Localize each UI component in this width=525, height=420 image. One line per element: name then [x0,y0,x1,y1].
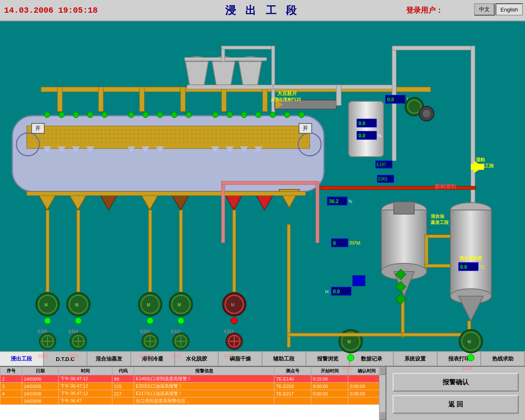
svg-marker-54 [254,146,262,153]
alarm-area: 序号 日期 时间 代码 报警信息 测点号 开始时间 确认时间 2 14/03/0… [0,366,386,420]
page-title: 浸 出 工 段 [225,3,300,18]
svg-rect-13 [272,46,275,144]
svg-marker-56 [68,192,88,210]
svg-marker-53 [240,146,248,153]
nav-mixed-oil-evap[interactable]: 混合油蒸发 [87,352,131,366]
svg-text:E315: E315 [140,329,150,334]
svg-rect-94 [336,85,341,105]
svg-point-29 [73,112,79,118]
lang-en-button[interactable]: English [495,3,523,16]
col-date: 日期 [22,367,59,375]
alarm-point: TE-E217 [274,390,311,397]
nav-system-settings[interactable]: 系统设置 [394,352,438,366]
svg-point-34 [157,112,163,118]
nav-solvent-cond[interactable]: 溶剂冷凝 [131,352,175,366]
svg-rect-10 [185,57,267,61]
svg-point-176 [408,100,421,113]
svg-text:0: 0 [333,240,336,246]
nav-report-print[interactable]: 报表打印 [438,352,482,366]
feed-sublabel: 从预处理来P110 [271,97,301,103]
svg-point-140 [142,333,158,349]
alarm-num: 2 [0,375,22,383]
svg-marker-49 [142,146,150,153]
nav-data-log[interactable]: 数据记录 [350,352,394,366]
col-msg: 报警信息 [134,367,274,375]
svg-text:E197: E197 [377,162,386,167]
svg-point-150 [173,333,189,349]
svg-point-136 [141,295,159,313]
svg-point-160 [226,333,242,349]
wet-meal-label: 湿粕 蒸脱工段 [476,157,494,169]
nav-alarm-browse[interactable]: 报警浏览 [306,352,350,366]
nav-hydration[interactable]: 水化脱胶 [175,352,219,366]
svg-text:H: H [325,289,329,294]
svg-text:HZ: HZ [407,97,413,103]
svg-point-41 [270,112,276,118]
svg-rect-106 [331,239,348,247]
svg-rect-187 [287,333,402,336]
svg-text:E001: E001 [378,177,388,181]
svg-rect-98 [357,119,377,127]
alarm-date: 14/03/06 [22,390,59,397]
svg-marker-78 [394,272,414,296]
nav-bar: 浸出工段 D.T.D.C 混合油蒸发 溶剂冷凝 水化脱胶 磷脂干燥 辅助工段 报… [0,351,525,366]
back-button[interactable]: 返 回 [393,395,519,414]
svg-point-8 [212,57,235,66]
lang-cn-button[interactable]: 中文 [474,3,495,16]
svg-point-31 [102,112,107,118]
alarm-code: 215 [112,383,134,390]
svg-text:M: M [75,303,78,307]
svg-text:0.0: 0.0 [358,121,365,126]
svg-rect-95 [386,95,405,103]
alarm-date: 14/03/06 [22,383,59,390]
svg-rect-66 [179,210,183,292]
alarm-confirm-button[interactable]: 报警确认 [393,373,519,392]
svg-rect-86 [401,296,404,337]
svg-marker-46 [72,146,80,153]
nav-hotline[interactable]: 热线求助 [481,352,525,366]
nav-dtdc[interactable]: D.T.D.C [44,352,88,366]
svg-point-161 [228,336,240,347]
alarm-row[interactable]: 2 14/03/06 下午 06:47:12 89 E140出口溶剂温度高报警！… [0,375,386,383]
svg-point-130 [70,333,87,349]
nav-auxiliary[interactable]: 辅助工段 [262,352,306,366]
svg-point-25 [16,133,39,156]
svg-point-171 [462,332,480,350]
alarm-point: TE-E203 [274,383,311,390]
svg-point-9 [239,57,262,66]
svg-rect-188 [394,202,414,214]
nav-lecithin-dry[interactable]: 磷脂干燥 [219,352,262,366]
svg-text:M: M [231,303,234,307]
svg-point-27 [44,112,50,118]
svg-point-126 [69,295,87,313]
nav-leaching[interactable]: 浸出工段 [0,352,44,366]
alarm-row[interactable]: 14/03/06 下午 06:47: 出口溶剂温度高报警信息... [0,397,386,405]
svg-text:M: M [468,340,471,344]
svg-rect-185 [353,276,365,286]
svg-point-35 [171,112,177,118]
alarm-row[interactable]: 4 14/03/06 下午 06:47:12 217 E217出口油温高报警！ … [0,390,386,397]
alarm-time: 下午 06:47:12 [58,383,112,390]
svg-rect-20 [27,126,310,148]
svg-rect-14 [187,85,277,89]
svg-rect-88 [468,321,471,336]
svg-point-81 [450,289,491,304]
alarm-row[interactable]: 3 14/03/06 下午 06:47:12 215 E203出口油温高报警！ … [0,383,386,390]
svg-rect-181 [376,161,392,168]
svg-rect-186 [287,224,290,347]
svg-point-178 [422,110,431,118]
alarm-start: 0:15:06 [311,375,348,383]
svg-marker-73 [324,185,328,191]
svg-rect-6 [262,87,267,112]
svg-rect-12 [221,46,275,49]
alarm-scrollbar[interactable] [379,367,386,420]
svg-text:%: % [378,134,382,138]
svg-point-177 [419,106,434,121]
svg-rect-17 [392,46,474,50]
svg-text:0.0: 0.0 [358,133,365,139]
svg-point-138 [147,317,153,324]
language-switcher: 中文 English [474,3,523,16]
svg-text:E314: E314 [68,329,78,334]
svg-rect-85 [425,264,450,267]
svg-marker-61 [254,192,275,210]
